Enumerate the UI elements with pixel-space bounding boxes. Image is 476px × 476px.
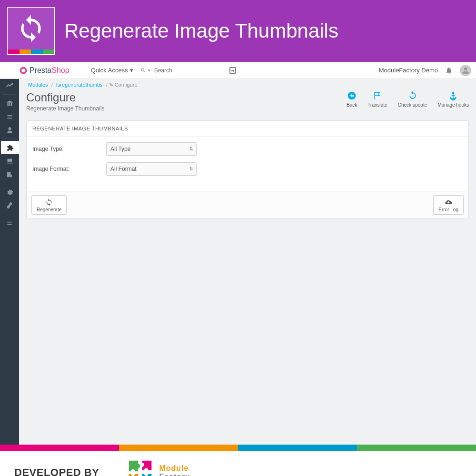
notifications-icon[interactable] (445, 67, 453, 74)
refresh-icon (45, 198, 53, 206)
mf-factory-text: Factory (159, 473, 190, 476)
chevron-down-icon: ▾ (130, 67, 133, 74)
sidebar-item-shipping[interactable] (0, 168, 19, 181)
back-icon (347, 91, 357, 100)
image-type-select[interactable]: All Type (106, 142, 197, 156)
search-icon[interactable] (140, 68, 146, 73)
module-factory-logo: Module Factory (128, 459, 190, 476)
banner-title: Regenerate Image Thumbnails (64, 20, 338, 42)
manage-hooks-button[interactable]: Manage hooks (437, 91, 469, 112)
color-bar (0, 445, 476, 451)
demo-label[interactable]: ModuleFactory Demo (379, 67, 438, 74)
sidebar-item-settings[interactable] (0, 185, 19, 198)
image-type-label: Image Type: (32, 146, 106, 152)
mf-module-text: Module (159, 464, 190, 473)
panel-heading: REGENERATE IMAGE THUMBNAILS (27, 121, 468, 137)
footer: Developed by Module Factory (0, 451, 476, 476)
breadcrumb-module-slug[interactable]: fsregeneratethumbs (56, 82, 103, 88)
page-title: Configure (26, 91, 105, 104)
logo[interactable]: PrestaShop (19, 66, 69, 75)
page-header: Configure Regenerate Image Thumbnails Ba… (19, 91, 476, 117)
search-box: ▾ (140, 65, 224, 76)
refresh-icon (408, 91, 417, 100)
error-log-button[interactable]: Error Log (433, 195, 464, 215)
presta-logo-icon (19, 66, 28, 75)
content: Modules / fsregeneratethumbs / ✎ Configu… (19, 79, 476, 445)
sidebar-item-orders[interactable] (0, 97, 19, 110)
breadcrumb-current: Configure (115, 82, 138, 88)
sidebar-item-list[interactable] (0, 216, 19, 229)
flag-icon (373, 91, 382, 100)
back-button[interactable]: Back (347, 91, 357, 112)
chevron-down-icon[interactable]: ▾ (148, 68, 150, 73)
check-update-button[interactable]: Check update (398, 91, 427, 112)
developed-by-label: Developed by (14, 466, 99, 476)
svg-point-1 (21, 69, 25, 72)
breadcrumb-modules[interactable]: Modules (28, 82, 48, 88)
translate-button[interactable]: Translate (367, 91, 387, 112)
anchor-icon (448, 91, 458, 100)
sidebar-item-catalog[interactable] (0, 110, 19, 123)
promo-banner: Regenerate Image Thumbnails (0, 0, 476, 62)
config-panel: REGENERATE IMAGE THUMBNAILS Image Type: … (26, 120, 469, 219)
search-input[interactable] (152, 65, 224, 76)
exit-icon[interactable] (228, 66, 237, 75)
sidebar-item-link[interactable] (0, 198, 19, 212)
sidebar-item-design[interactable] (0, 154, 19, 168)
sidebar (0, 79, 19, 445)
regenerate-button[interactable]: Regenerate (31, 195, 67, 215)
quick-access-menu[interactable]: Quick Access ▾ (91, 67, 133, 74)
image-format-select[interactable]: All Format (106, 162, 197, 176)
sidebar-item-dashboard[interactable] (0, 79, 19, 92)
page-subtitle: Regenerate Image Thumbnails (26, 105, 105, 112)
banner-icon (7, 7, 55, 55)
puzzle-icon (128, 459, 154, 476)
breadcrumb: Modules / fsregeneratethumbs / ✎ Configu… (19, 79, 476, 91)
refresh-icon (16, 14, 46, 43)
user-avatar[interactable] (460, 65, 471, 76)
topbar: PrestaShop Quick Access ▾ ▾ ModuleFactor… (0, 62, 476, 79)
sidebar-item-customers[interactable] (0, 123, 19, 137)
image-format-label: Image Format: (32, 166, 106, 172)
sidebar-item-modules[interactable] (0, 141, 19, 154)
cloud-download-icon (445, 198, 452, 206)
